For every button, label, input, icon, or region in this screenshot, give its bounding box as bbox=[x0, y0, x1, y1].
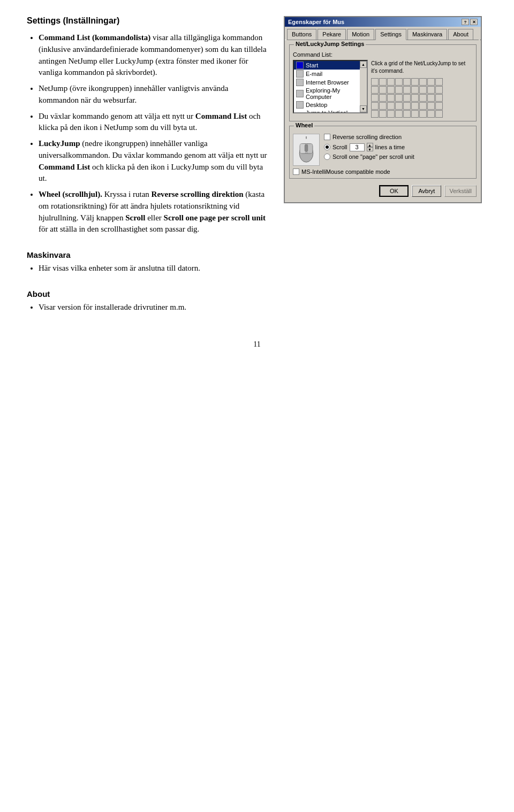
grid-cell[interactable] bbox=[419, 94, 427, 102]
cancel-button[interactable]: Avbryt bbox=[412, 185, 441, 197]
scrollbar-down[interactable]: ▼ bbox=[360, 105, 367, 112]
grid-cell[interactable] bbox=[371, 78, 379, 86]
list-item-browser[interactable]: Internet Browser bbox=[294, 78, 360, 87]
grid-cell[interactable] bbox=[427, 78, 435, 86]
reverse-scrolling-checkbox[interactable] bbox=[324, 134, 330, 140]
mouse-icon bbox=[296, 136, 317, 163]
list-item-email[interactable]: E-mail bbox=[294, 70, 360, 78]
grid-cell[interactable] bbox=[427, 94, 435, 102]
wheel-options: Reverse scrolling direction Scroll 3 bbox=[324, 134, 473, 166]
list-item: NetJump (övre ikongruppen) innehåller va… bbox=[39, 83, 268, 106]
tab-settings[interactable]: Settings bbox=[375, 29, 406, 40]
list-item-scrollbar[interactable]: Jump to Vertical Scrollbar bbox=[294, 109, 360, 113]
scroll-page-row: Scroll one "page" per scroll unit bbox=[324, 154, 473, 160]
command-listbox[interactable]: Start E-mail Internet Brow bbox=[293, 60, 368, 113]
scroll-label: Scroll bbox=[332, 144, 347, 150]
page-title: Settings (Inställningar) bbox=[27, 16, 268, 26]
grid-cell[interactable] bbox=[435, 86, 443, 94]
grid-cell[interactable] bbox=[379, 78, 387, 86]
text-column: Settings (Inställningar) Command List (k… bbox=[27, 16, 268, 319]
command-grid[interactable] bbox=[371, 78, 443, 118]
grid-cell[interactable] bbox=[379, 94, 387, 102]
grid-cell[interactable] bbox=[403, 94, 411, 102]
scrollbar-up[interactable]: ▲ bbox=[360, 61, 367, 68]
grid-cell[interactable] bbox=[419, 102, 427, 110]
grid-cell[interactable] bbox=[379, 110, 387, 118]
title-buttons: ? ✕ bbox=[462, 19, 478, 25]
scroll-page-radio[interactable] bbox=[324, 154, 330, 160]
tab-pekare[interactable]: Pekare bbox=[318, 29, 346, 40]
about-list-item: Visar version för installerade drivrutin… bbox=[39, 302, 268, 313]
list-item: Du växlar kommando genom att välja ett n… bbox=[39, 111, 268, 134]
grid-cell[interactable] bbox=[403, 110, 411, 118]
grid-cell[interactable] bbox=[427, 110, 435, 118]
maskinvara-list: Här visas vilka enheter som är anslutna … bbox=[27, 263, 268, 274]
command-right: Click a grid of the Net/LuckyJump to set… bbox=[371, 60, 473, 118]
grid-cell[interactable] bbox=[403, 86, 411, 94]
grid-cell[interactable] bbox=[387, 102, 395, 110]
close-button[interactable]: ✕ bbox=[470, 19, 478, 25]
about-text: Visar version för installerade drivrutin… bbox=[39, 303, 186, 311]
grid-cell[interactable] bbox=[435, 78, 443, 86]
reverse-scrolling-row: Reverse scrolling direction bbox=[324, 134, 473, 140]
scroll-radio-row: Scroll 3 ▲ ▼ lines a time bbox=[324, 143, 473, 151]
grid-cell[interactable] bbox=[435, 102, 443, 110]
grid-cell[interactable] bbox=[419, 86, 427, 94]
spin-up[interactable]: ▲ bbox=[367, 143, 373, 147]
tab-maskinvara[interactable]: Maskinvara bbox=[407, 29, 447, 40]
list-item-start[interactable]: Start bbox=[294, 61, 360, 70]
grid-cell[interactable] bbox=[387, 86, 395, 94]
tab-about[interactable]: About bbox=[448, 29, 473, 40]
about-heading: About bbox=[27, 289, 268, 298]
help-button[interactable]: ? bbox=[462, 19, 469, 25]
grid-cell[interactable] bbox=[427, 86, 435, 94]
list-item: Wheel (scrollhjul). Kryssa i rutan Rever… bbox=[39, 189, 268, 235]
scroll-spinbox[interactable]: 3 bbox=[350, 143, 365, 151]
maskinvara-section: Maskinvara Här visas vilka enheter som ä… bbox=[27, 250, 268, 274]
grid-cell[interactable] bbox=[395, 86, 403, 94]
grid-cell[interactable] bbox=[411, 94, 419, 102]
grid-cell[interactable] bbox=[371, 86, 379, 94]
scroll-radio[interactable] bbox=[324, 144, 330, 150]
grid-cell[interactable] bbox=[395, 102, 403, 110]
listbox-items: Start E-mail Internet Brow bbox=[294, 61, 367, 113]
grid-cell[interactable] bbox=[379, 102, 387, 110]
grid-cell[interactable] bbox=[371, 102, 379, 110]
page-content: Settings (Inställningar) Command List (k… bbox=[27, 16, 487, 319]
grid-cell[interactable] bbox=[403, 102, 411, 110]
ms-intellimouse-checkbox[interactable] bbox=[293, 168, 299, 175]
grid-cell[interactable] bbox=[387, 110, 395, 118]
tab-buttons[interactable]: Buttons bbox=[287, 29, 316, 40]
grid-cell[interactable] bbox=[395, 110, 403, 118]
ok-button[interactable]: OK bbox=[379, 185, 409, 197]
grid-cell[interactable] bbox=[387, 78, 395, 86]
netjump-groupbox-title: Net/LuckyJump Settings bbox=[294, 41, 366, 47]
list-item-explorer[interactable]: Exploring-My Computer bbox=[294, 87, 360, 101]
grid-cell[interactable] bbox=[435, 110, 443, 118]
tab-motion[interactable]: Motion bbox=[347, 29, 374, 40]
grid-cell[interactable] bbox=[371, 94, 379, 102]
grid-cell[interactable] bbox=[411, 102, 419, 110]
apply-button[interactable]: Verkställ bbox=[444, 185, 477, 197]
scrollbar-track bbox=[360, 68, 367, 105]
grid-cell[interactable] bbox=[411, 86, 419, 94]
grid-cell[interactable] bbox=[395, 78, 403, 86]
grid-cell[interactable] bbox=[371, 110, 379, 118]
list-item-desktop[interactable]: Desktop bbox=[294, 101, 360, 109]
spin-down[interactable]: ▼ bbox=[367, 147, 373, 151]
grid-cell[interactable] bbox=[435, 94, 443, 102]
grid-cell[interactable] bbox=[379, 86, 387, 94]
scroll-count: 3 ▲ ▼ bbox=[350, 143, 373, 151]
grid-cell[interactable] bbox=[411, 110, 419, 118]
command-right-text: Click a grid of the Net/LuckyJump to set… bbox=[371, 60, 473, 75]
grid-cell[interactable] bbox=[427, 102, 435, 110]
grid-cell[interactable] bbox=[395, 94, 403, 102]
grid-cell[interactable] bbox=[403, 78, 411, 86]
wheel-groupbox-title: Wheel bbox=[294, 122, 314, 128]
grid-cell[interactable] bbox=[419, 78, 427, 86]
grid-cell[interactable] bbox=[419, 110, 427, 118]
list-item: LuckyJump (nedre ikongruppen) innehåller… bbox=[39, 138, 268, 185]
grid-cell[interactable] bbox=[387, 94, 395, 102]
wheel-bold: Wheel (scrollhjul). bbox=[39, 190, 102, 198]
grid-cell[interactable] bbox=[411, 78, 419, 86]
